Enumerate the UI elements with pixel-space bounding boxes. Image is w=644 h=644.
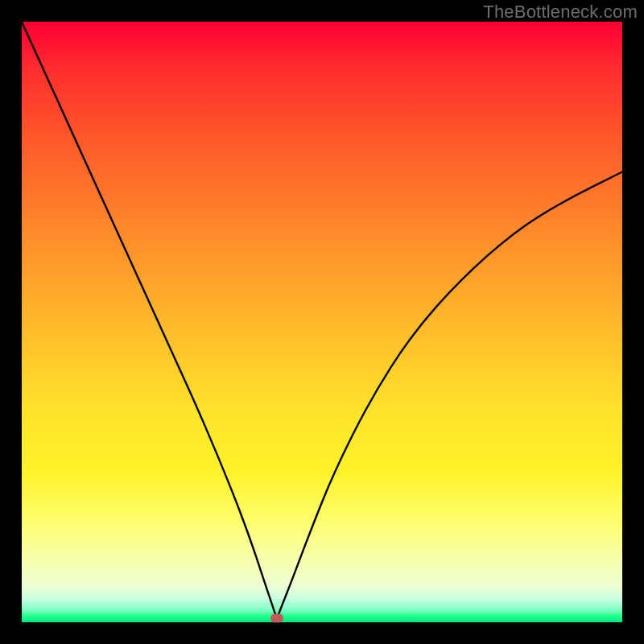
bottleneck-curve-path <box>22 22 622 617</box>
curve-svg <box>22 22 622 622</box>
optimum-marker <box>270 613 283 622</box>
plot-area <box>22 22 622 622</box>
watermark-text: TheBottleneck.com <box>483 2 638 23</box>
chart-frame: TheBottleneck.com <box>0 0 644 644</box>
